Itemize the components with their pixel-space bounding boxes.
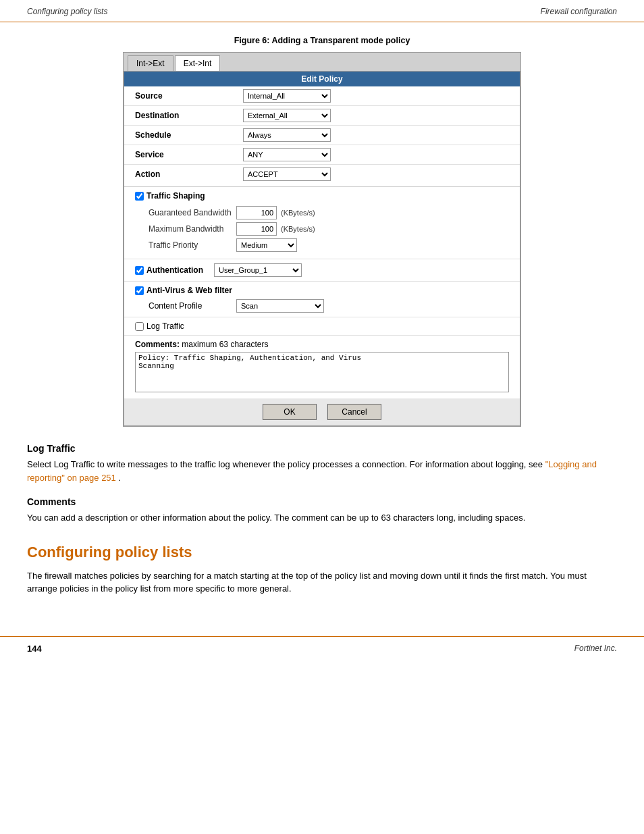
source-label: Source [135, 91, 243, 101]
dialog-wrapper: Int->Ext Ext->Int Edit Policy Source Int… [27, 52, 617, 427]
schedule-label: Schedule [135, 130, 243, 140]
destination-control: External_All [243, 109, 509, 122]
tab-ext-int[interactable]: Ext->Int [175, 55, 221, 71]
destination-select[interactable]: External_All [243, 109, 331, 122]
guaranteed-bandwidth-row: Guaranteed Bandwidth (KBytes/s) [149, 206, 509, 219]
traffic-priority-select[interactable]: Medium [236, 238, 297, 252]
antivirus-checkbox[interactable] [135, 286, 144, 295]
action-select[interactable]: ACCEPT [243, 167, 331, 181]
service-select[interactable]: ANY [243, 148, 331, 161]
service-row: Service ANY [124, 145, 520, 165]
tab-int-ext[interactable]: Int->Ext [128, 55, 173, 71]
page-header: Configuring policy lists Firewall config… [0, 0, 644, 22]
traffic-priority-label: Traffic Priority [149, 240, 236, 250]
ok-button[interactable]: OK [263, 404, 317, 420]
page-footer: 144 Fortinet Inc. [0, 636, 644, 660]
service-control: ANY [243, 148, 509, 161]
authentication-section: Authentication User_Group_1 [124, 259, 520, 282]
major-section-paragraph: The firewall matches policies by searchi… [27, 569, 617, 596]
shaping-header-row: Traffic Shaping [135, 191, 509, 201]
antivirus-label: Anti-Virus & Web filter [135, 286, 232, 295]
guaranteed-bandwidth-unit: (KBytes/s) [281, 209, 315, 217]
traffic-shaping-label: Traffic Shaping [135, 191, 205, 201]
destination-label: Destination [135, 111, 243, 120]
header-left: Configuring policy lists [27, 7, 107, 16]
edit-policy-header: Edit Policy [124, 72, 520, 86]
tabs-row: Int->Ext Ext->Int [124, 53, 520, 71]
source-row: Source Internal_All [124, 86, 520, 106]
page-number: 144 [27, 644, 42, 654]
comments-sublabel: maximum 63 characters [182, 340, 268, 349]
buttons-row: OK Cancel [124, 398, 520, 425]
log-traffic-label: Log Traffic [146, 321, 184, 331]
authentication-checkbox[interactable] [135, 266, 144, 275]
log-traffic-heading: Log Traffic [27, 443, 617, 454]
maximum-bandwidth-unit: (KBytes/s) [281, 225, 315, 233]
authentication-select[interactable]: User_Group_1 [214, 263, 302, 277]
schedule-row: Schedule Always [124, 126, 520, 145]
traffic-shaping-checkbox[interactable] [135, 192, 144, 201]
log-traffic-checkbox[interactable] [135, 322, 144, 331]
page-content: Figure 6: Adding a Transparent mode poli… [0, 22, 644, 616]
action-row: Action ACCEPT [124, 165, 520, 187]
guaranteed-bandwidth-input[interactable] [236, 206, 277, 219]
maximum-bandwidth-row: Maximum Bandwidth (KBytes/s) [149, 222, 509, 236]
comments-heading: Comments [27, 496, 617, 507]
figure-caption: Figure 6: Adding a Transparent mode poli… [27, 36, 617, 45]
dialog-outer: Int->Ext Ext->Int Edit Policy Source Int… [123, 52, 521, 427]
source-control: Internal_All [243, 89, 509, 103]
comments-section: Comments: maximum 63 characters Policy: … [124, 336, 520, 398]
action-control: ACCEPT [243, 167, 509, 181]
log-traffic-row: Log Traffic [124, 317, 520, 336]
maximum-bandwidth-input[interactable] [236, 222, 277, 236]
major-section-heading: Configuring policy lists [27, 544, 617, 561]
comments-bold-label: Comments: [135, 340, 180, 349]
company-name: Fortinet Inc. [574, 644, 617, 653]
cancel-button[interactable]: Cancel [327, 404, 381, 420]
action-label: Action [135, 170, 243, 179]
destination-row: Destination External_All [124, 106, 520, 126]
comments-paragraph: You can add a description or other infor… [27, 511, 617, 525]
content-profile-row: Content Profile Scan [149, 299, 509, 313]
antivirus-section: Anti-Virus & Web filter Content Profile … [124, 282, 520, 317]
schedule-control: Always [243, 128, 509, 142]
content-profile-label: Content Profile [149, 301, 236, 311]
schedule-select[interactable]: Always [243, 128, 331, 142]
guaranteed-bandwidth-label: Guaranteed Bandwidth [149, 208, 236, 217]
header-right: Firewall configuration [541, 7, 617, 16]
traffic-shaping-section: Traffic Shaping Guaranteed Bandwidth (KB… [124, 187, 520, 259]
log-traffic-paragraph: Select Log Traffic to write messages to … [27, 458, 617, 484]
antivirus-header-row: Anti-Virus & Web filter [135, 286, 509, 295]
comments-label: Comments: maximum 63 characters [135, 340, 509, 349]
content-profile-select[interactable]: Scan [236, 299, 324, 313]
comments-textarea[interactable]: Policy: Traffic Shaping, Authentication,… [135, 352, 509, 392]
shaping-fields: Guaranteed Bandwidth (KBytes/s) Maximum … [149, 206, 509, 252]
service-label: Service [135, 150, 243, 159]
traffic-priority-row: Traffic Priority Medium [149, 238, 509, 252]
edit-policy-panel: Edit Policy Source Internal_All Destinat… [124, 71, 520, 426]
maximum-bandwidth-label: Maximum Bandwidth [149, 224, 236, 234]
authentication-label: Authentication [135, 265, 203, 275]
source-select[interactable]: Internal_All [243, 89, 331, 103]
